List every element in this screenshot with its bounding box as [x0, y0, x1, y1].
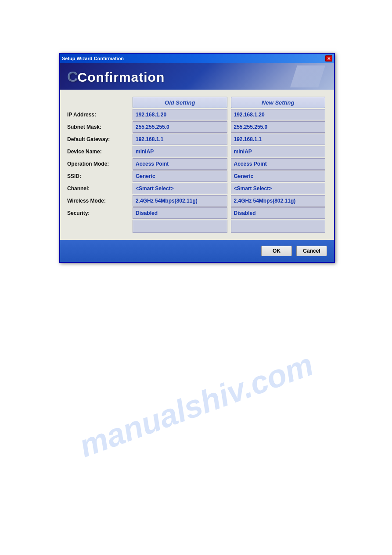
label-gateway: Default Gateway: [67, 134, 131, 145]
old-spacer [133, 220, 227, 233]
old-security: Disabled [133, 207, 227, 219]
old-settings-column: Old Setting 192.168.1.20 255.255.255.0 1… [133, 97, 227, 233]
label-ssid: SSID: [67, 170, 131, 182]
new-subnet: 255.255.255.0 [231, 121, 326, 133]
new-ip: 192.168.1.20 [231, 109, 326, 120]
label-device: Device Name: [67, 146, 131, 157]
title-bar-text: Setup Wizard Confirmation [62, 56, 124, 61]
title-bar: Setup Wizard Confirmation ✕ [60, 54, 334, 63]
dialog-window: Setup Wizard Confirmation ✕ CConfirmatio… [59, 53, 335, 263]
header-decoration [290, 65, 325, 87]
new-device: miniAP [231, 146, 326, 157]
label-wireless: Wireless Mode: [67, 195, 131, 207]
old-channel: <Smart Select> [133, 183, 227, 194]
label-security: Security: [67, 207, 131, 219]
watermark: manualshiv.com [74, 346, 317, 464]
label-ip: IP Address: [67, 109, 131, 120]
label-channel: Channel: [67, 183, 131, 194]
new-wireless: 2.4GHz 54Mbps(802.11g) [231, 195, 326, 207]
header-banner: CConfirmation [60, 63, 334, 90]
old-gateway: 192.168.1.1 [133, 134, 227, 145]
new-gateway: 192.168.1.1 [231, 134, 326, 145]
close-button[interactable]: ✕ [325, 55, 332, 62]
content-area: IP Address: Subnet Mask: Default Gateway… [60, 90, 334, 240]
label-subnet: Subnet Mask: [67, 121, 131, 133]
old-ssid: Generic [133, 170, 227, 182]
new-setting-header: New Setting [231, 97, 326, 108]
labels-column: IP Address: Subnet Mask: Default Gateway… [67, 97, 131, 233]
old-subnet: 255.255.255.0 [133, 121, 227, 133]
cancel-button[interactable]: Cancel [296, 246, 327, 256]
old-wireless: 2.4GHz 54Mbps(802.11g) [133, 195, 227, 207]
old-mode: Access Point [133, 158, 227, 170]
new-channel: <Smart Select> [231, 183, 326, 194]
ok-button[interactable]: OK [261, 246, 292, 256]
header-title: CConfirmation [67, 68, 165, 85]
footer: OK Cancel [60, 240, 334, 262]
new-ssid: Generic [231, 170, 326, 182]
new-security: Disabled [231, 207, 326, 219]
new-spacer [231, 220, 326, 233]
label-mode: Operation Mode: [67, 158, 131, 170]
new-settings-column: New Setting 192.168.1.20 255.255.255.0 1… [231, 97, 326, 233]
old-ip: 192.168.1.20 [133, 109, 227, 120]
settings-container: IP Address: Subnet Mask: Default Gateway… [67, 97, 327, 233]
new-mode: Access Point [231, 158, 326, 170]
old-setting-header: Old Setting [133, 97, 227, 108]
old-device: miniAP [133, 146, 227, 157]
